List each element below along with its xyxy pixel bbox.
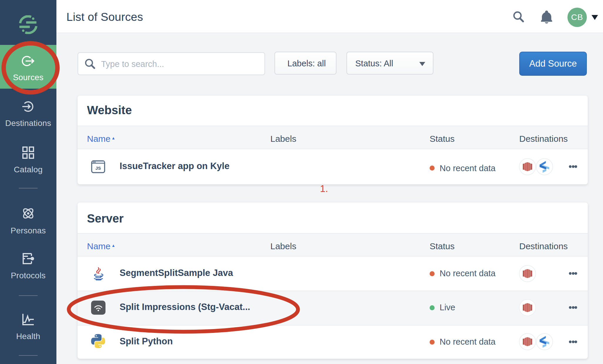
svg-text:JS: JS xyxy=(96,166,101,171)
